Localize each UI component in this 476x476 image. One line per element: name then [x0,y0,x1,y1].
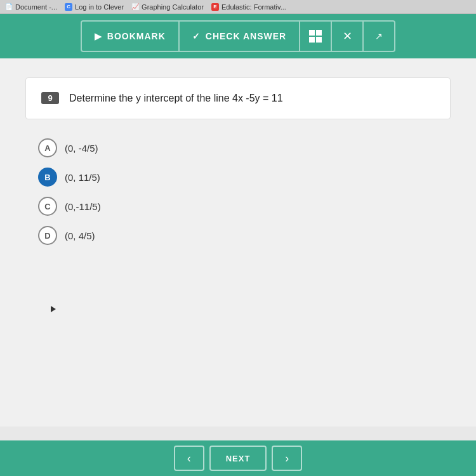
next-label: NEXT [226,454,251,463]
external-link-icon: ↗ [375,31,383,41]
cursor-indicator [51,306,56,312]
choice-a-text: (0, -4/5) [65,143,98,154]
close-icon: ✕ [343,29,352,43]
tab-edulastic[interactable]: E Edulastic: Formativ... [211,3,286,11]
prev-button[interactable]: ‹ [174,446,204,471]
bookmark-label: BOOKMARK [107,31,166,41]
check-answer-label: CHECK ANSWER [206,31,286,41]
choice-d-text: (0, 4/5) [65,230,95,241]
choice-d-circle: D [38,226,57,245]
edulastic-favicon: E [211,3,219,11]
grid-icon [309,30,322,43]
question-text: Determine the y intercept of the line 4x… [69,91,283,106]
choice-a-circle: A [38,138,57,157]
choice-c[interactable]: C (0,-11/5) [38,197,438,216]
next-arrow-icon: › [285,452,289,465]
bottom-nav: ‹ NEXT › [0,440,476,476]
bookmark-icon: ▶ [95,31,102,41]
tab-document-label: Document -... [15,3,57,11]
choice-c-label: C [44,202,50,211]
next-button[interactable]: NEXT [209,446,267,471]
choice-b-label: B [44,173,50,182]
tab-clever-label: Log in to Clever [75,3,124,11]
choice-c-text: (0,-11/5) [65,201,101,212]
check-answer-button[interactable]: ✓ CHECK ANSWER [180,20,300,52]
external-link-button[interactable]: ↗ [364,20,395,52]
choice-d-label: D [44,231,50,241]
clever-favicon: C [65,3,72,11]
grid-button[interactable] [300,20,332,52]
choice-b[interactable]: B (0, 11/5) [38,168,438,187]
main-content: 9 Determine the y intercept of the line … [0,58,476,426]
tab-graphing[interactable]: 📈 Graphing Calculator [131,3,204,11]
toolbar: ▶ BOOKMARK ✓ CHECK ANSWER ✕ ↗ [0,14,476,58]
choice-a[interactable]: A (0, -4/5) [38,138,438,157]
bookmark-button[interactable]: ▶ BOOKMARK [81,20,180,52]
choice-c-circle: C [38,197,57,216]
close-button[interactable]: ✕ [332,20,364,52]
tab-edulastic-label: Edulastic: Formativ... [221,3,286,11]
answers-container: A (0, -4/5) B (0, 11/5) C (0,-11/5) D (0… [25,132,451,251]
choice-b-text: (0, 11/5) [65,172,100,183]
check-icon: ✓ [192,31,201,41]
question-number: 9 [41,92,59,104]
prev-arrow-icon: ‹ [187,452,191,465]
tab-graphing-label: Graphing Calculator [142,3,204,11]
doc-favicon: 📄 [5,3,13,10]
choice-b-circle: B [38,168,57,187]
question-container: 9 Determine the y intercept of the line … [25,77,451,119]
next-arrow-button[interactable]: › [272,446,302,471]
graphing-favicon: 📈 [131,3,139,10]
tab-document[interactable]: 📄 Document -... [5,3,57,11]
choice-d[interactable]: D (0, 4/5) [38,226,438,245]
tab-clever[interactable]: C Log in to Clever [65,3,124,11]
choice-a-label: A [44,143,50,153]
tab-bar: 📄 Document -... C Log in to Clever 📈 Gra… [0,0,476,14]
